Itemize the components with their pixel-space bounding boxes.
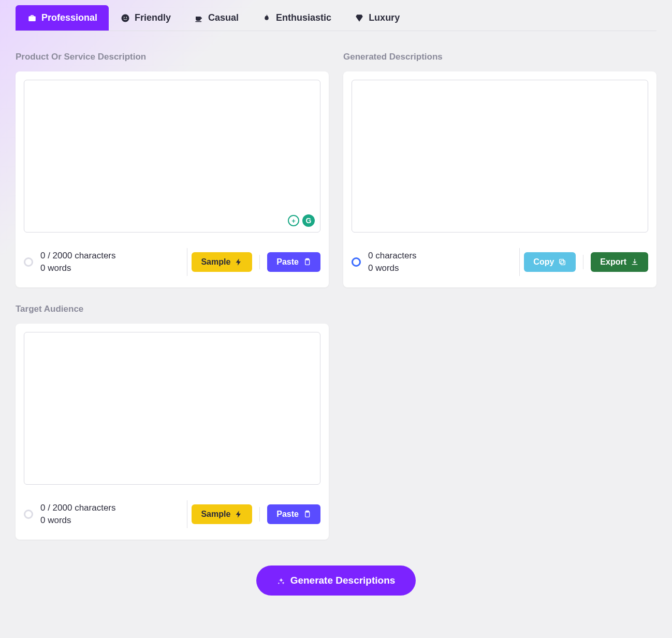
svg-rect-3: [195, 21, 201, 22]
gem-icon: [354, 13, 364, 23]
generated-char-count: 0 characters: [368, 251, 417, 261]
clipboard-icon: [303, 510, 311, 518]
smile-icon: [120, 13, 130, 23]
tab-label: Casual: [208, 12, 239, 23]
copy-button[interactable]: Copy: [524, 252, 576, 272]
tab-professional[interactable]: Professional: [16, 5, 109, 31]
audience-char-count: 0 / 2000 characters: [40, 503, 116, 513]
product-char-count: 0 / 2000 characters: [40, 251, 116, 261]
clipboard-icon: [303, 258, 311, 266]
product-section: Product Or Service Description + G: [16, 52, 329, 287]
sample-label: Sample: [201, 510, 230, 519]
tab-label: Luxury: [369, 12, 400, 23]
svg-rect-9: [560, 259, 564, 264]
product-input[interactable]: [31, 86, 326, 238]
svg-point-2: [126, 17, 127, 18]
tone-tabs: Professional Friendly Casual Enthusiasti…: [16, 0, 656, 31]
grammarly-plus-icon[interactable]: +: [288, 215, 299, 226]
tab-luxury[interactable]: Luxury: [343, 5, 411, 31]
audience-input[interactable]: [31, 339, 326, 490]
tab-label: Enthusiastic: [276, 12, 331, 23]
generated-word-count: 0 words: [368, 263, 417, 273]
product-card: + G 0 / 2000 characters 0 words: [16, 71, 329, 287]
svg-rect-8: [561, 260, 565, 265]
tab-casual[interactable]: Casual: [182, 5, 250, 31]
sparkle-icon: [277, 576, 285, 585]
export-button[interactable]: Export: [591, 252, 648, 272]
bolt-icon: [235, 510, 243, 518]
audience-card: 0 / 2000 characters 0 words Sample: [16, 324, 329, 540]
audience-title: Target Audience: [16, 304, 329, 314]
separator: [259, 255, 260, 269]
generated-input[interactable]: [358, 86, 654, 238]
generated-card: 0 characters 0 words Copy: [343, 71, 656, 287]
tab-label: Professional: [41, 12, 97, 23]
status-indicator: [352, 257, 361, 267]
sample-label: Sample: [201, 257, 230, 267]
bolt-icon: [235, 258, 243, 266]
paste-button[interactable]: Paste: [267, 504, 320, 524]
audience-section: Target Audience 0 / 2000 characters 0 wo…: [16, 304, 329, 540]
status-indicator: [24, 510, 33, 519]
paste-button[interactable]: Paste: [267, 252, 320, 272]
tab-label: Friendly: [135, 12, 171, 23]
audience-textarea[interactable]: [24, 332, 320, 485]
generate-label: Generate Descriptions: [290, 575, 396, 586]
coffee-icon: [194, 13, 204, 23]
product-textarea[interactable]: + G: [24, 80, 320, 233]
paste-label: Paste: [276, 510, 299, 519]
sample-button[interactable]: Sample: [192, 504, 252, 524]
separator: [259, 507, 260, 521]
status-indicator: [24, 257, 33, 267]
briefcase-icon: [27, 13, 37, 23]
generate-button[interactable]: Generate Descriptions: [256, 566, 416, 596]
fire-icon: [261, 13, 272, 23]
copy-icon: [558, 258, 566, 266]
separator: [583, 255, 583, 269]
grammarly-icon[interactable]: G: [302, 214, 315, 227]
separator: [187, 248, 187, 276]
generated-title: Generated Descriptions: [343, 52, 656, 62]
paste-label: Paste: [276, 257, 299, 267]
copy-label: Copy: [533, 257, 554, 267]
product-title: Product Or Service Description: [16, 52, 329, 62]
svg-point-0: [122, 14, 129, 22]
generated-section: Generated Descriptions 0 characters 0 wo…: [343, 52, 656, 287]
separator: [187, 500, 187, 528]
tab-enthusiastic[interactable]: Enthusiastic: [250, 5, 343, 31]
svg-point-1: [124, 17, 125, 18]
audience-word-count: 0 words: [40, 515, 116, 526]
export-label: Export: [600, 257, 626, 267]
grammarly-widget: + G: [288, 214, 315, 227]
download-icon: [631, 258, 639, 266]
tab-friendly[interactable]: Friendly: [109, 5, 182, 31]
sample-button[interactable]: Sample: [192, 252, 252, 272]
separator: [519, 248, 520, 276]
generated-output[interactable]: [352, 80, 648, 233]
product-word-count: 0 words: [40, 263, 116, 273]
